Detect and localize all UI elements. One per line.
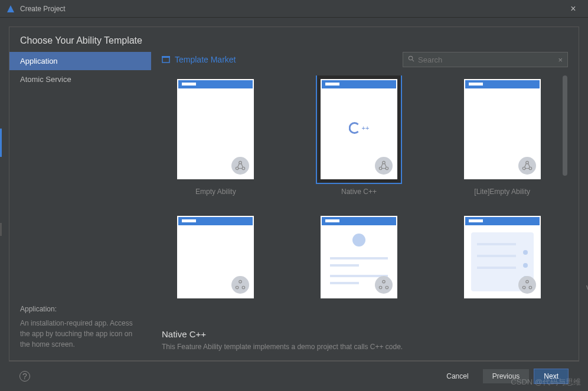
svg-point-17 <box>383 280 386 283</box>
svg-point-15 <box>236 286 239 289</box>
sidebar-item-atomic-service[interactable]: Atomic Service <box>9 70 151 88</box>
cpp-icon: ++ <box>349 122 370 134</box>
sidebar-footer: Application: An installation-required ap… <box>9 294 151 360</box>
dialog-frame: Choose Your Ability Template Application… <box>9 27 579 361</box>
svg-point-6 <box>236 167 239 170</box>
app-icon <box>6 4 15 14</box>
sidebar-footer-desc: An installation-required app. Access the… <box>20 318 141 350</box>
svg-point-9 <box>379 167 382 170</box>
svg-point-14 <box>239 280 242 283</box>
svg-marker-0 <box>7 5 14 12</box>
titlebar: Create Project × <box>0 0 588 18</box>
template-item[interactable] <box>305 212 413 302</box>
svg-line-4 <box>412 60 414 61</box>
template-market-label: Template Market <box>175 55 236 64</box>
sidebar-item-label: Application <box>20 57 58 65</box>
selected-template-title: Native C++ <box>162 329 568 339</box>
template-lite-empty-ability[interactable]: [Lite]Empty Ability <box>448 75 556 196</box>
svg-point-19 <box>386 286 388 289</box>
svg-point-10 <box>386 167 388 170</box>
svg-point-5 <box>239 161 242 164</box>
sidebar: Application Atomic Service Application: … <box>9 52 151 360</box>
close-icon[interactable]: × <box>564 4 582 14</box>
badge-icon <box>375 276 393 294</box>
badge-icon <box>231 157 249 175</box>
svg-point-11 <box>525 161 528 164</box>
svg-point-13 <box>529 167 532 170</box>
dialog-button-row: ? Cancel Previous Next <box>9 361 579 391</box>
main-panel: Template Market × <box>151 52 579 360</box>
selected-template-info: Native C++ This Feature Ability template… <box>162 322 568 360</box>
help-icon[interactable]: ? <box>19 371 30 382</box>
search-icon <box>408 55 414 64</box>
svg-point-20 <box>525 280 528 283</box>
template-empty-ability[interactable]: Empty Ability <box>162 75 270 196</box>
template-item[interactable] <box>448 212 556 302</box>
page-heading: Choose Your Ability Template <box>9 27 579 52</box>
clear-search-icon[interactable]: × <box>558 55 563 64</box>
template-preview: ++ <box>321 79 397 179</box>
search-input-container[interactable]: × <box>403 52 568 67</box>
svg-point-16 <box>242 286 245 289</box>
template-preview <box>177 79 254 179</box>
template-preview <box>464 216 541 298</box>
create-project-dialog: Create Project × Choose Your Ability Tem… <box>0 0 588 391</box>
svg-point-7 <box>242 167 245 170</box>
template-native-cpp[interactable]: ++ Native C++ <box>305 75 413 196</box>
search-input[interactable] <box>418 55 554 64</box>
watermark: CSDN @代码与思维 <box>511 377 581 387</box>
svg-point-12 <box>522 167 525 170</box>
sidebar-item-application[interactable]: Application <box>9 52 151 70</box>
badge-icon <box>231 276 249 294</box>
svg-point-18 <box>379 286 382 289</box>
template-market-link[interactable]: Template Market <box>162 55 236 64</box>
selected-template-desc: This Feature Ability template implements… <box>162 343 568 351</box>
badge-icon <box>518 157 536 175</box>
template-preview <box>321 216 397 298</box>
badge-icon <box>375 157 393 175</box>
market-icon <box>162 55 170 64</box>
template-item[interactable] <box>162 212 270 302</box>
svg-point-8 <box>383 161 386 164</box>
left-edge-indicator <box>0 129 2 157</box>
sidebar-footer-title: Application: <box>20 305 141 313</box>
template-label: [Lite]Empty Ability <box>474 188 530 196</box>
window-title: Create Project <box>20 5 564 13</box>
svg-point-21 <box>522 286 525 289</box>
svg-rect-1 <box>162 57 169 63</box>
template-label: Empty Ability <box>195 188 236 196</box>
templates-scroll[interactable]: Empty Ability ++ <box>162 75 568 322</box>
cancel-button[interactable]: Cancel <box>437 369 478 383</box>
svg-point-22 <box>529 286 532 289</box>
template-preview <box>464 79 541 179</box>
scrollbar[interactable] <box>562 75 568 322</box>
svg-point-3 <box>409 56 412 60</box>
sidebar-item-label: Atomic Service <box>20 75 71 84</box>
left-edge-indicator-2 <box>0 223 2 236</box>
template-label: Native C++ <box>341 188 377 196</box>
badge-icon <box>518 276 536 294</box>
template-preview <box>177 216 254 298</box>
svg-rect-2 <box>162 56 170 58</box>
